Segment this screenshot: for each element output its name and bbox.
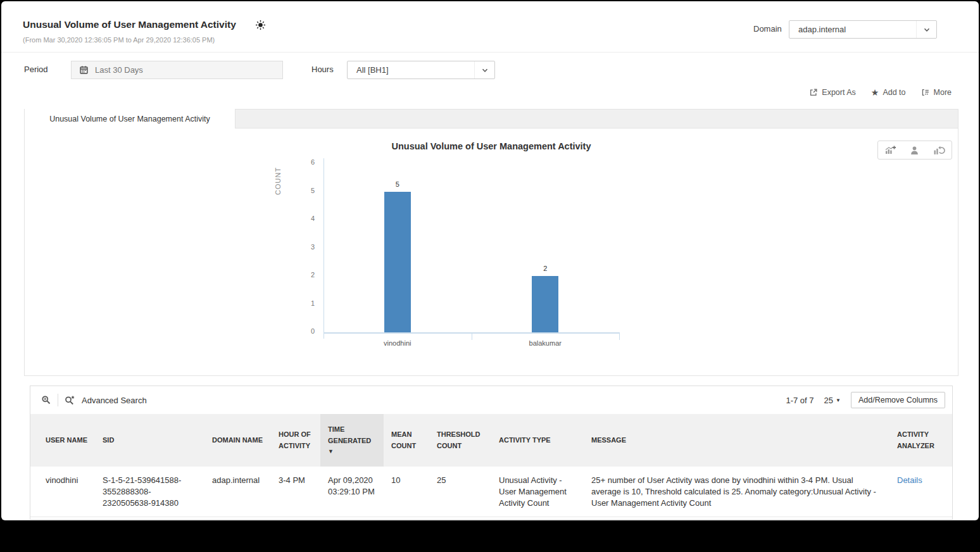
bar-value-label: 2 (532, 265, 558, 272)
toolbar-divider (58, 394, 58, 406)
chart-panel: Unusual Volume of User Management Activi… (24, 128, 958, 376)
sort-desc-icon: ▼ (328, 448, 380, 456)
domain-label: Domain (753, 24, 782, 34)
y-tick-label: 4 (289, 215, 315, 222)
add-remove-columns-button[interactable]: Add/Remove Columns (851, 392, 945, 408)
y-axis-line (324, 158, 324, 339)
tab-label: Unusual Volume of User Management Activi… (49, 115, 210, 123)
chevron-down-icon (474, 61, 494, 78)
x-axis-label: vinodhini (360, 339, 436, 347)
col-header-message[interactable]: MESSAGE (584, 414, 889, 467)
cell-domain-name: adap.internal (204, 467, 271, 517)
advanced-search-icon[interactable] (65, 395, 75, 405)
grid-pagination-controls: 1-7 of 7 25 ▼ Add/Remove Columns (786, 392, 952, 408)
export-icon (809, 88, 818, 97)
col-header-activity-analyzer[interactable]: ACTIVITY ANALYZER (889, 414, 952, 467)
column-search-icon[interactable] (41, 395, 51, 405)
cell-user-name: vinodhini (30, 467, 95, 517)
export-as-button[interactable]: Export As (809, 88, 856, 97)
more-icon (921, 88, 930, 97)
add-to-button[interactable]: ★ Add to (871, 88, 906, 97)
col-header-domain-name[interactable]: DOMAIN NAME (204, 414, 271, 467)
star-icon: ★ (871, 88, 879, 97)
col-header-label: TIME GENERATED (328, 425, 371, 444)
col-header-sid[interactable]: SID (95, 414, 204, 467)
report-card: Unusual Volume of User Management Activi… (1, 1, 979, 520)
results-table: USER NAME SID DOMAIN NAME HOUR OF ACTIVI… (30, 414, 952, 517)
add-to-label: Add to (883, 88, 905, 97)
y-tick-label: 1 (289, 299, 315, 307)
x-axis-tick (472, 332, 472, 340)
y-tick-label: 6 (289, 158, 315, 166)
cell-hour-of-activity: 3-4 PM (271, 467, 320, 517)
table-header-row: USER NAME SID DOMAIN NAME HOUR OF ACTIVI… (30, 414, 952, 467)
cell-message: 25+ number of User Activity was done by … (584, 467, 889, 517)
hours-label: Hours (311, 65, 334, 74)
results-grid-panel: Advanced Search 1-7 of 7 25 ▼ Add/Remove… (30, 386, 953, 520)
bar-balakumar[interactable] (532, 276, 558, 332)
advanced-search-label[interactable]: Advanced Search (82, 396, 147, 405)
details-link[interactable]: Details (897, 475, 922, 485)
x-axis-tick (619, 332, 620, 340)
col-header-activity-type[interactable]: ACTIVITY TYPE (491, 414, 584, 467)
period-value: Last 30 Days (95, 65, 143, 75)
col-header-time-generated[interactable]: TIME GENERATED ▼ (320, 414, 384, 467)
tab-unusual-volume[interactable]: Unusual Volume of User Management Activi… (24, 109, 236, 129)
table-row: vinodhini S-1-5-21-539641588-3552888308-… (30, 467, 952, 517)
y-tick-label: 5 (289, 187, 315, 194)
chevron-down-icon (916, 21, 936, 38)
period-label: Period (24, 65, 48, 74)
grid-toolbar: Advanced Search 1-7 of 7 25 ▼ Add/Remove… (30, 386, 952, 414)
more-button[interactable]: More (921, 88, 952, 97)
cell-time-generated: Apr 09,2020 03:29:10 PM (320, 467, 384, 517)
search-controls: Advanced Search (30, 394, 147, 406)
y-axis-title: COUNT (274, 163, 282, 195)
cell-sid: S-1-5-21-539641588-3552888308-2320505638… (95, 467, 204, 517)
cell-activity-type: Unusual Activity - User Management Activ… (491, 467, 584, 517)
calendar-icon (72, 65, 95, 75)
export-as-label: Export As (822, 88, 856, 97)
hours-select[interactable]: All [BH1] (347, 61, 495, 79)
bar-chart: 0123456COUNT5vinodhini2balakumar (25, 129, 958, 375)
col-header-hour-of-activity[interactable]: HOUR OF ACTIVITY (271, 414, 320, 467)
report-actions-toolbar: Export As ★ Add to More (809, 88, 952, 97)
y-tick-label: 3 (289, 243, 315, 251)
pagination-range: 1-7 of 7 (786, 396, 814, 405)
page-size-select[interactable]: 25 ▼ (824, 396, 841, 405)
page-title: Unusual Volume of User Management Activi… (23, 19, 236, 30)
hours-select-value: All [BH1] (348, 65, 474, 75)
caret-down-icon: ▼ (836, 398, 841, 403)
period-input[interactable]: Last 30 Days (71, 61, 283, 79)
col-header-mean-count[interactable]: MEAN COUNT (384, 414, 429, 467)
cell-activity-analyzer: Details (889, 467, 952, 517)
more-label: More (934, 88, 952, 97)
report-date-range: (From Mar 30,2020 12:36:05 PM to Apr 29,… (23, 36, 215, 44)
x-axis-label: balakumar (507, 339, 583, 347)
header-divider (1, 52, 979, 53)
col-header-user-name[interactable]: USER NAME (30, 414, 95, 467)
col-header-threshold-count[interactable]: THRESHOLD COUNT (429, 414, 491, 467)
cell-threshold-count: 25 (429, 467, 491, 517)
insight-bulb-icon[interactable] (255, 20, 266, 30)
domain-select-value: adap.internal (789, 25, 916, 34)
bar-vinodhini[interactable] (384, 192, 411, 333)
bar-value-label: 5 (385, 180, 410, 188)
y-tick-label: 2 (289, 271, 315, 279)
page-size-value: 25 (824, 396, 833, 405)
cell-mean-count: 10 (384, 467, 429, 517)
domain-select[interactable]: adap.internal (789, 20, 937, 39)
y-tick-label: 0 (289, 327, 315, 335)
